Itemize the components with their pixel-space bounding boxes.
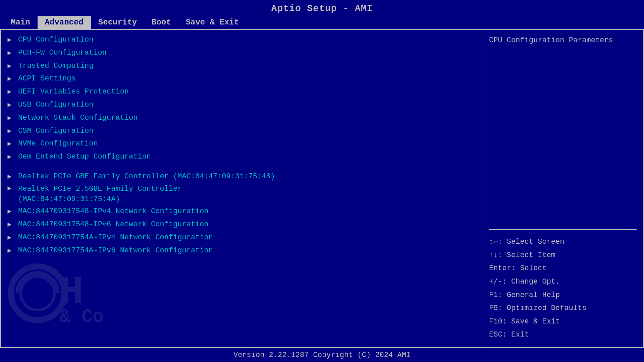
list-item-oem[interactable]: ► Oem Entend Setup Configuration [1, 150, 482, 164]
arrow-icon: ► [7, 172, 14, 182]
list-item-uefi[interactable]: ► UEFI Variables Protection [1, 85, 482, 99]
key-esc: ESC: Exit [489, 328, 637, 342]
help-divider [489, 229, 637, 230]
title-bar: Aptio Setup - AMI [0, 0, 644, 16]
nav-bar: Main Advanced Security Boot Save & Exit [0, 16, 644, 29]
list-item-mac-ipv6-48[interactable]: ► MAC:844709317548-IPv6 Network Configur… [1, 218, 482, 231]
item-label: MAC:844709317548-IPv6 Network Configurat… [18, 220, 209, 230]
item-label: NVMe Configuration [18, 139, 98, 149]
list-item-realtek-gbe[interactable]: ► Realtek PCIe GBE Family Controller (MA… [1, 170, 482, 183]
item-label: CPU Configuration [18, 35, 93, 45]
arrow-icon: ► [7, 127, 14, 136]
item-label: MAC:844709317754A-IPv4 Network Configura… [18, 233, 213, 243]
tab-advanced[interactable]: Advanced [38, 16, 91, 29]
right-panel: CPU Configuration Parameters ↕↔: Select … [482, 30, 643, 347]
arrow-icon: ► [7, 207, 14, 217]
item-label: Network Stack Configuration [18, 113, 138, 123]
item-label: UEFI Variables Protection [18, 87, 129, 97]
item-label: PCH-FW Configuration [18, 48, 107, 58]
arrow-icon: ► [7, 74, 14, 84]
arrow-icon: ► [7, 62, 14, 71]
item-label: ACPI Settings [18, 74, 76, 84]
list-item-cpu-config[interactable]: ► CPU Configuration [1, 34, 482, 47]
list-item-csm[interactable]: ► CSM Configuration [1, 125, 482, 138]
arrow-icon: ► [7, 220, 14, 230]
key-f10: F10: Save & Exit [489, 315, 637, 328]
svg-text:H: H [59, 270, 84, 315]
arrow-icon: ► [7, 36, 14, 45]
list-item-network-stack[interactable]: ► Network Stack Configuration [1, 112, 482, 125]
svg-point-0 [11, 266, 64, 320]
watermark-logo: H & Co [7, 260, 155, 327]
help-title: CPU Configuration Parameters [489, 36, 637, 46]
item-label: MAC:844709317548-IPv4 Network Configurat… [18, 206, 209, 217]
left-panel: ► CPU Configuration ► PCH-FW Configurati… [1, 30, 482, 347]
item-label: USB Configuration [18, 100, 93, 110]
key-select-item: ↑↓: Select Item [489, 249, 637, 262]
key-change-opt: +/-: Change Opt. [489, 275, 637, 289]
arrow-icon: ► [7, 87, 14, 97]
arrow-icon: ► [7, 233, 14, 243]
tab-security[interactable]: Security [91, 16, 144, 29]
item-label: CSM Configuration [18, 126, 93, 136]
list-item-usb[interactable]: ► USB Configuration [1, 99, 482, 112]
svg-text:& Co: & Co [59, 306, 104, 327]
list-item-nvme[interactable]: ► NVMe Configuration [1, 137, 482, 150]
item-label: MAC:844709317754A-IPv6 Network Configura… [18, 246, 213, 256]
list-item-pch-fw[interactable]: ► PCH-FW Configuration [1, 47, 482, 60]
list-item-mac-ipv6-4a[interactable]: ► MAC:844709317754A-IPv6 Network Configu… [1, 244, 482, 257]
key-f9: F9: Optimized Defaults [489, 302, 637, 315]
footer-text: Version 2.22.1287 Copyright (C) 2024 AMI [233, 351, 411, 359]
item-label: Realtek PCIe GBE Family Controller (MAC:… [18, 172, 275, 182]
app-title: Aptio Setup - AMI [271, 3, 373, 14]
key-f1: F1: General Help [489, 289, 637, 302]
list-item-mac-ipv4-4a[interactable]: ► MAC:844709317754A-IPv4 Network Configu… [1, 231, 482, 244]
main-content: ► CPU Configuration ► PCH-FW Configurati… [0, 29, 644, 348]
list-item-trusted-computing[interactable]: ► Trusted Computing [1, 60, 482, 73]
key-select-screen: ↕↔: Select Screen [489, 235, 637, 249]
key-enter: Enter: Select [489, 262, 637, 275]
spacer [1, 164, 482, 170]
key-help: ↕↔: Select Screen ↑↓: Select Item Enter:… [489, 235, 637, 342]
footer: Version 2.22.1287 Copyright (C) 2024 AMI [0, 348, 644, 362]
arrow-icon: ► [7, 185, 14, 192]
tab-main[interactable]: Main [3, 16, 38, 29]
list-item-mac-ipv4-48[interactable]: ► MAC:844709317548-IPv4 Network Configur… [1, 205, 482, 218]
list-item-realtek-25gbe[interactable]: ► Realtek PCIe 2.5GBE Family Controller(… [1, 183, 482, 205]
tab-save-exit[interactable]: Save & Exit [178, 16, 246, 29]
arrow-icon: ► [7, 49, 14, 58]
svg-point-1 [21, 277, 54, 310]
tab-boot[interactable]: Boot [144, 16, 178, 29]
arrow-icon: ► [7, 246, 14, 256]
item-label: Realtek PCIe 2.5GBE Family Controller(MA… [18, 184, 182, 205]
arrow-icon: ► [7, 101, 14, 110]
arrow-icon: ► [7, 114, 14, 123]
item-label: Trusted Computing [18, 61, 93, 71]
item-label: Oem Entend Setup Configuration [18, 152, 151, 162]
list-item-acpi[interactable]: ► ACPI Settings [1, 72, 482, 85]
arrow-icon: ► [7, 153, 14, 162]
arrow-icon: ► [7, 139, 14, 149]
